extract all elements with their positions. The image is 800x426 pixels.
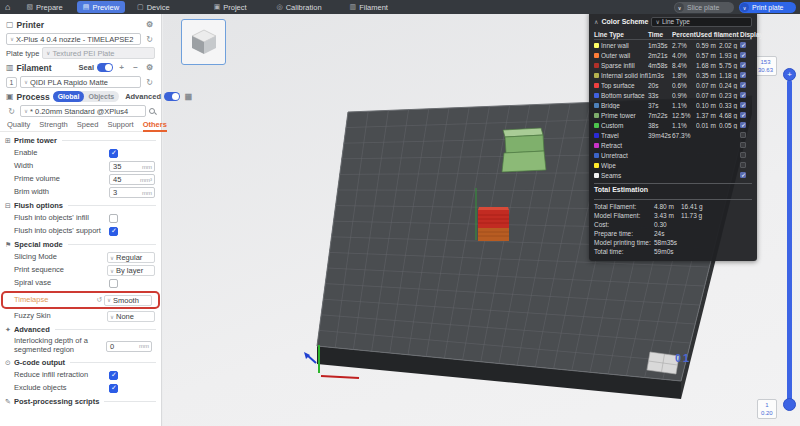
add-filament-icon[interactable]: + [116,63,127,72]
scope-global[interactable]: Global [53,91,85,102]
display-checkbox[interactable] [740,92,746,98]
tab-prepare[interactable]: ▧ Prepare [20,1,68,13]
tab-strength[interactable]: Strength [39,120,67,129]
display-checkbox[interactable] [740,102,746,108]
tab-device[interactable]: ▢ Device [131,1,176,13]
filament-settings-gear-icon[interactable]: ⚙ [144,63,155,72]
section-gcode-output: ⊙ G-code output [0,356,161,369]
display-checkbox[interactable] [740,72,746,78]
collapse-icon[interactable]: ∧ [594,18,598,25]
chevron-down-icon: ∨ [107,297,111,303]
width-input[interactable]: 35 mm [109,161,155,172]
prime-tower-model[interactable] [502,128,546,172]
line-type-name: Seams [601,172,648,179]
slice-dropdown-icon[interactable]: ∨ [675,3,684,12]
slice-plate-button[interactable]: ∨ Slice plate [674,2,734,13]
display-checkbox[interactable] [740,122,746,128]
filament-preset-dropdown[interactable]: ∨ QIDI PLA Rapido Matte [20,76,141,88]
search-icon[interactable] [149,108,155,114]
section-flush-options: ⊟ Flush options [0,199,161,212]
prime-volume-input[interactable]: 45 mm³ [109,174,155,185]
tab-project[interactable]: ▣ Project [208,1,253,13]
display-checkbox[interactable] [740,52,746,58]
flush-infill-checkbox[interactable] [109,214,118,223]
display-checkbox[interactable] [740,62,746,68]
filament-refresh-icon[interactable]: ↻ [144,78,155,87]
exclude-objects-checkbox[interactable] [109,384,118,393]
layer-slider-top-handle[interactable]: + [783,68,796,81]
filament-slot-number[interactable]: 1 [6,77,17,88]
view-mode-dropdown[interactable]: ∨ Line Type [651,17,752,27]
tab-quality[interactable]: Quality [7,120,30,129]
flush-support-checkbox[interactable] [109,227,118,236]
setting-row-flush-support: Flush into objects' support [0,225,161,238]
reduce-infill-retraction-checkbox[interactable] [109,371,118,380]
process-preset-value: * 0.20mm Standard @XPlus4 [30,107,128,116]
printer-refresh-icon[interactable]: ↻ [144,35,155,44]
tab-preview[interactable]: ▤ Preview [77,1,125,13]
chevron-down-icon: ∨ [10,36,14,42]
process-sync-icon[interactable]: ↻ [6,107,17,116]
line-type-time: 1m35s [648,42,672,49]
tab-support[interactable]: Support [107,120,133,129]
input-unit: mm [139,343,151,349]
spiral-vase-checkbox[interactable] [109,279,118,288]
home-icon[interactable]: ⌂ [5,0,10,14]
fuzzy-skin-dropdown[interactable]: ∨ None [107,311,155,322]
total-row: Model Filament:3.43 m11.73 g [594,211,752,220]
seal-toggle[interactable] [97,63,113,72]
tab-others[interactable]: Others [143,118,167,132]
interlocking-depth-input[interactable]: 0 mm [106,341,152,352]
parameter-table-grid-icon[interactable]: ▦ [183,92,194,101]
display-checkbox[interactable] [740,172,746,178]
display-checkbox[interactable] [740,132,746,138]
reset-icon[interactable]: ↺ [96,296,102,304]
advanced-toggle[interactable] [164,92,180,101]
model-object[interactable] [478,207,509,241]
setting-row-width: Width 35 mm [0,160,161,173]
process-preset-dropdown[interactable]: ∨ * 0.20mm Standard @XPlus4 [20,105,146,117]
display-checkbox[interactable] [740,152,746,158]
line-type-weight: 4.68 g [719,112,740,119]
brim-width-input[interactable]: 3 mm [109,187,155,198]
setting-label: Reduce infill retraction [14,371,107,380]
display-checkbox[interactable] [740,112,746,118]
tab-speed[interactable]: Speed [77,120,99,129]
layer-slider-track[interactable] [787,80,792,402]
tab-calibration[interactable]: ◎ Calibration [271,1,328,13]
display-checkbox[interactable] [740,142,746,148]
display-checkbox[interactable] [740,162,746,168]
display-checkbox[interactable] [740,82,746,88]
line-type-swatch [594,83,599,88]
tab-label: Project [223,3,246,12]
print-plate-button[interactable]: ∨ Print plate [739,2,796,13]
enable-checkbox[interactable] [109,149,118,158]
slicing-mode-dropdown[interactable]: ∨ Regular [107,252,155,263]
line-type-swatch [594,63,599,68]
prime-tower-icon: ⊞ [5,137,11,145]
remove-filament-icon[interactable]: − [130,63,141,72]
line-type-swatch [594,73,599,78]
timelapse-dropdown[interactable]: ∨ Smooth [104,295,152,306]
setting-row-reduce-infill-retraction: Reduce infill retraction [0,369,161,382]
chevron-down-icon: ∨ [46,50,50,56]
tab-filament[interactable]: ▥ Filament [344,1,394,13]
bottom-layer-height: 0.20 [761,409,773,417]
plate-type-dropdown[interactable]: ∨ Textured PEI Plate [42,47,155,59]
line-type-time: 33s [648,92,672,99]
printer-preset-dropdown[interactable]: ∨ X-Plus 4 0.4 nozzle - TIMELAPSE2 [6,33,141,45]
process-scope-switch[interactable]: Global Objects [53,91,119,102]
scope-objects[interactable]: Objects [80,91,119,102]
display-checkbox[interactable] [740,42,746,48]
layer-slider-bottom-handle[interactable] [783,398,796,411]
line-type-percent: 2.7% [672,42,696,49]
view-cube[interactable] [181,19,226,65]
print-dropdown-icon[interactable]: ∨ [740,3,749,12]
printer-settings-gear-icon[interactable]: ⚙ [144,20,155,29]
input-value: 35 [110,162,142,171]
setting-row-flush-infill: Flush into objects' infill [0,212,161,225]
top-layer-height: 30.63 [758,66,773,74]
line-type-weight: 0.24 g [719,82,740,89]
print-sequence-dropdown[interactable]: ∨ By layer [107,265,155,276]
total-value: 24s [654,230,681,237]
